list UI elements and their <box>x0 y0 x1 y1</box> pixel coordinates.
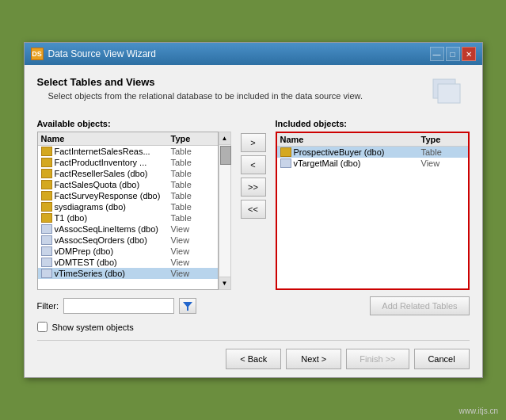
title-bar-left: DS Data Source View Wizard <box>31 48 157 60</box>
wizard-title: Select Tables and Views <box>37 76 363 88</box>
list-item[interactable]: FactInternetSalesReas... Table <box>38 146 218 157</box>
window-title: Data Source View Wizard <box>48 48 157 59</box>
close-button[interactable]: ✕ <box>462 47 476 61</box>
minimize-button[interactable]: — <box>430 47 444 61</box>
watermark: www.itjs.cn <box>459 407 498 415</box>
list-item[interactable]: vTimeSeries (dbo) View <box>38 268 218 279</box>
list-item[interactable]: FactResellerSales (dbo) Table <box>38 168 218 179</box>
wizard-header: Select Tables and Views Select objects f… <box>37 76 470 108</box>
wizard-subtitle: Select objects from the relational datab… <box>48 91 363 101</box>
wizard-content: Select Tables and Views Select objects f… <box>25 65 482 377</box>
included-listbox[interactable]: Name Type ProspectiveBuyer (dbo) Table v… <box>276 132 470 290</box>
back-button[interactable]: < Back <box>226 349 281 369</box>
scroll-down-arrow[interactable]: ▼ <box>219 277 230 289</box>
list-item[interactable]: vDMPrep (dbo) View <box>38 246 218 257</box>
maximize-button[interactable]: □ <box>446 47 460 61</box>
funnel-icon <box>182 300 193 311</box>
show-system-row: Show system objects <box>37 322 470 332</box>
table-icon <box>41 213 52 223</box>
scroll-thumb[interactable] <box>220 146 231 165</box>
filter-button[interactable] <box>179 298 196 314</box>
included-label: Included objects: <box>276 119 470 128</box>
table-icon <box>41 147 52 156</box>
add-all-button[interactable]: >> <box>241 178 266 197</box>
table-icon <box>280 147 291 157</box>
finish-button[interactable]: Finish >> <box>346 349 409 369</box>
next-button[interactable]: Next > <box>286 349 341 369</box>
included-type-header: Type <box>421 135 465 144</box>
list-item[interactable]: FactSurveyResponse (dbo) Table <box>38 190 218 201</box>
available-label: Available objects: <box>37 119 231 128</box>
included-name-header: Name <box>280 135 421 144</box>
list-item[interactable]: vAssocSeqLineItems (dbo) View <box>38 223 218 235</box>
available-listbox[interactable]: Name Type FactInternetSalesReas... Table… <box>37 132 219 290</box>
table-icon <box>41 202 52 212</box>
available-type-header: Type <box>171 134 215 143</box>
add-button[interactable]: > <box>241 133 266 152</box>
wizard-icon <box>432 76 470 108</box>
available-header: Name Type <box>38 132 218 146</box>
table-icon <box>41 191 52 200</box>
included-header: Name Type <box>277 133 468 147</box>
list-item[interactable]: FactSalesQuota (dbo) Table <box>38 179 218 190</box>
filter-row: Filter: Add Related Tables <box>37 296 470 315</box>
svg-rect-1 <box>438 84 460 103</box>
show-system-checkbox[interactable] <box>37 322 48 332</box>
available-name-header: Name <box>41 134 171 143</box>
transfer-buttons: > < >> << <box>236 119 271 219</box>
list-item[interactable]: FactProductInventory ... Table <box>38 157 218 168</box>
wizard-window: DS Data Source View Wizard — □ ✕ Select … <box>24 42 483 378</box>
app-icon: DS <box>31 48 44 60</box>
add-related-button[interactable]: Add Related Tables <box>370 296 469 315</box>
view-icon <box>41 224 52 234</box>
title-controls: — □ ✕ <box>430 47 476 61</box>
table-icon <box>41 169 52 178</box>
list-item[interactable]: T1 (dbo) Table <box>38 212 218 223</box>
filter-label: Filter: <box>37 301 59 311</box>
list-item[interactable]: ProspectiveBuyer (dbo) Table <box>277 147 468 158</box>
scrollbar[interactable]: ▲ ▼ <box>219 132 231 290</box>
list-item[interactable]: vAssocSeqOrders (dbo) View <box>38 235 218 246</box>
cancel-button[interactable]: Cancel <box>414 349 470 369</box>
show-system-label: Show system objects <box>52 323 134 332</box>
remove-all-button[interactable]: << <box>241 200 266 219</box>
filter-input[interactable] <box>63 298 174 314</box>
remove-button[interactable]: < <box>241 155 266 174</box>
list-item[interactable]: vDMTEST (dbo) View <box>38 257 218 268</box>
view-icon <box>41 258 52 267</box>
view-icon <box>41 235 52 245</box>
scroll-up-arrow[interactable]: ▲ <box>219 132 230 145</box>
list-item[interactable]: vTargetMail (dbo) View <box>277 158 468 169</box>
svg-marker-2 <box>183 302 192 311</box>
table-icon <box>41 158 52 167</box>
view-icon <box>41 269 52 278</box>
panels-area: Available objects: Name Type FactInterne… <box>37 119 470 290</box>
view-icon <box>280 158 291 168</box>
included-panel: Included objects: Name Type ProspectiveB… <box>271 119 470 290</box>
view-icon <box>41 246 52 256</box>
table-icon <box>41 180 52 189</box>
title-bar: DS Data Source View Wizard — □ ✕ <box>25 43 482 65</box>
list-item[interactable]: sysdiagrams (dbo) Table <box>38 201 218 212</box>
available-panel: Available objects: Name Type FactInterne… <box>37 119 236 290</box>
navigation-buttons: < Back Next > Finish >> Cancel <box>37 340 470 369</box>
